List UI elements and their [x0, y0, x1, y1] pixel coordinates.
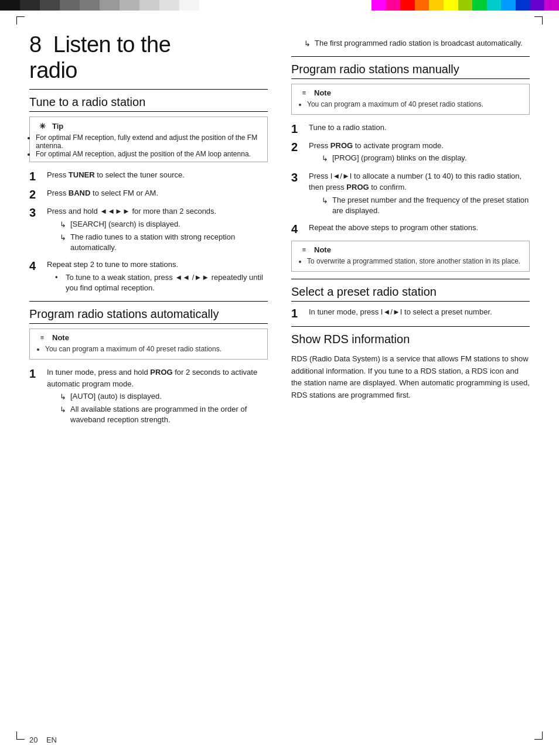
- step-content: Press TUNER to select the tuner source.: [47, 169, 268, 181]
- color-bars: [0, 0, 559, 11]
- note-item: You can program a maximum of 40 preset r…: [307, 100, 523, 110]
- swatch: [120, 0, 139, 11]
- section-auto-title: Program radio stations automatically: [29, 307, 268, 324]
- corner-mark-tr: [534, 16, 543, 25]
- swatch: [544, 0, 559, 11]
- swatch: [100, 0, 120, 11]
- result-line: ↳ The first programmed radio station is …: [304, 38, 530, 49]
- result-text: [SEARCH] (search) is displayed.: [70, 219, 180, 230]
- bullet-icon: •: [55, 272, 63, 283]
- section-divider-preset: [291, 279, 530, 279]
- section-preset-title: Select a preset radio station: [291, 285, 530, 302]
- tip-label: Tip: [52, 122, 63, 131]
- section-rds-title: Show RDS information: [291, 333, 530, 348]
- step-content: In tuner mode, press I◄/►I to select a p…: [309, 306, 530, 318]
- step-number: 1: [29, 169, 42, 183]
- swatch: [429, 0, 444, 11]
- step-manual-4: 4 Repeat the above steps to program othe…: [291, 222, 530, 236]
- arrow-icon: ↳: [304, 39, 312, 49]
- section-divider-right: [291, 56, 530, 57]
- page-footer: 20 EN: [29, 736, 57, 744]
- tip-list: For optimal FM reception, fully extend a…: [36, 134, 261, 158]
- arrow-icon: ↳: [322, 153, 330, 164]
- step-number: 4: [291, 222, 304, 236]
- swatch: [0, 0, 20, 11]
- note-icon: ≡: [36, 333, 49, 342]
- page-lang: EN: [46, 736, 57, 744]
- tip-star-icon: ✳: [36, 121, 49, 131]
- swatch: [487, 0, 502, 11]
- step-number: 1: [291, 122, 304, 136]
- corner-mark-tl: [16, 16, 25, 25]
- step-content: Tune to a radio station.: [309, 122, 530, 134]
- first-result-continuation: ↳ The first programmed radio station is …: [291, 38, 530, 49]
- step-content: In tuner mode, press and hold PROG for 2…: [47, 367, 268, 427]
- swatch: [458, 0, 473, 11]
- swatch: [179, 0, 199, 11]
- corner-mark-bl: [16, 731, 25, 740]
- section-tune-title: Tune to a radio station: [29, 95, 268, 112]
- step-3: 3 Press and hold ◄◄►► for more than 2 se…: [29, 206, 268, 255]
- step-content: Press and hold ◄◄►► for more than 2 seco…: [47, 206, 268, 255]
- color-bar-left: [0, 0, 199, 11]
- step-number: 4: [29, 259, 42, 273]
- step-number: 3: [291, 170, 304, 184]
- swatch: [159, 0, 179, 11]
- step-2: 2 Press BAND to select FM or AM.: [29, 187, 268, 201]
- step-content: Repeat step 2 to tune to more stations. …: [47, 259, 268, 295]
- step-number: 2: [291, 140, 304, 154]
- tune-steps: 1 Press TUNER to select the tuner source…: [29, 169, 268, 295]
- swatch: [371, 0, 386, 11]
- result-line: ↳ [AUTO] (auto) is displayed.: [60, 391, 268, 402]
- note-icon: ≡: [298, 88, 311, 97]
- result-line: ↳ [PROG] (program) blinks on the display…: [322, 153, 530, 164]
- sub-bullet: • To tune to a weak station, press ◄◄ /►…: [55, 272, 268, 293]
- step-preset-1: 1 In tuner mode, press I◄/►I to select a…: [291, 306, 530, 320]
- arrow-icon: ↳: [60, 392, 68, 402]
- note-label: Note: [314, 245, 331, 254]
- result-text: [AUTO] (auto) is displayed.: [70, 391, 162, 402]
- bullet-text: To tune to a weak station, press ◄◄ /►► …: [66, 272, 268, 293]
- note-header: ≡ Note: [298, 88, 523, 97]
- swatch: [501, 0, 516, 11]
- swatch: [80, 0, 100, 11]
- result-line: ↳ [SEARCH] (search) is displayed.: [60, 219, 268, 230]
- step-number: 1: [291, 306, 304, 320]
- note-label: Note: [52, 333, 69, 342]
- step-content: Press BAND to select FM or AM.: [47, 187, 268, 199]
- page-content: 8 Listen to theradio Tune to a radio sta…: [29, 32, 530, 727]
- step-number: 3: [29, 206, 42, 220]
- arrow-icon: ↳: [60, 220, 68, 230]
- rds-body-text: RDS (Radio Data System) is a service tha…: [291, 353, 530, 402]
- result-text: The radio tunes to a station with strong…: [70, 232, 268, 253]
- step-1: 1 Press TUNER to select the tuner source…: [29, 169, 268, 183]
- swatch: [444, 0, 458, 11]
- result-line: ↳ All available stations are programmed …: [60, 404, 268, 425]
- color-bar-right: [371, 0, 559, 11]
- section-manual-title: Program radio stations manually: [291, 63, 530, 79]
- note-list: You can program a maximum of 40 preset r…: [298, 100, 523, 110]
- swatch: [530, 0, 545, 11]
- result-line: ↳ The radio tunes to a station with stro…: [60, 232, 268, 253]
- section-divider-2: [29, 301, 268, 302]
- corner-mark-br: [534, 731, 543, 740]
- note-box-manual: ≡ Note You can program a maximum of 40 p…: [291, 84, 530, 115]
- result-text: [PROG] (program) blinks on the display.: [332, 153, 467, 163]
- step-content: Press PROG to activate program mode. ↳ […: [309, 140, 530, 166]
- auto-steps: 1 In tuner mode, press and hold PROG for…: [29, 367, 268, 427]
- left-column: 8 Listen to theradio Tune to a radio sta…: [29, 32, 268, 432]
- tip-item: For optimal FM reception, fully extend a…: [36, 134, 261, 150]
- result-line: ↳ The preset number and the frequency of…: [322, 195, 530, 216]
- manual-steps: 1 Tune to a radio station. 2 Press PROG …: [291, 122, 530, 236]
- step-auto-1: 1 In tuner mode, press and hold PROG for…: [29, 367, 268, 427]
- tip-item: For optimal AM reception, adjust the pos…: [36, 150, 261, 158]
- swatch: [386, 0, 401, 11]
- note-header: ≡ Note: [36, 333, 261, 342]
- preset-steps: 1 In tuner mode, press I◄/►I to select a…: [291, 306, 530, 320]
- step-number: 1: [29, 367, 42, 381]
- swatch: [415, 0, 430, 11]
- page-number: 20: [29, 736, 38, 744]
- step-manual-1: 1 Tune to a radio station.: [291, 122, 530, 136]
- arrow-icon: ↳: [60, 405, 68, 415]
- note-header: ≡ Note: [298, 245, 523, 254]
